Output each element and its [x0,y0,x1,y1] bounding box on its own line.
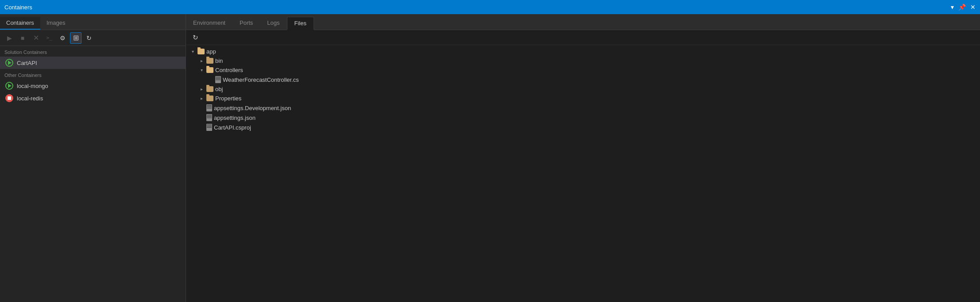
app-label: app [206,48,216,55]
csproj-file-icon [206,124,212,131]
obj-folder-icon [206,86,213,92]
obj-chevron [198,86,205,92]
app-file-icon [206,114,212,121]
controllers-folder-icon [206,67,213,73]
local-redis-status-icon [5,94,13,102]
tree-item-properties[interactable]: Properties [186,94,980,103]
title-bar: Containers ▾ 📌 ✕ [0,0,980,14]
refresh-button[interactable]: ↻ [83,32,95,44]
settings-button[interactable]: ⚙ [57,32,68,44]
tree-item-appsettings[interactable]: appsettings.json [186,113,980,122]
local-mongo-item[interactable]: local-mongo [0,80,186,92]
tab-environment[interactable]: Environment [186,17,232,30]
browse-files-button[interactable]: ⊞ [70,32,81,44]
props-chevron [198,96,205,102]
props-label: Properties [215,95,241,102]
obj-label: obj [215,86,223,92]
controllers-chevron [198,67,205,73]
title-bar-title: Containers [4,4,32,11]
props-folder-icon [206,96,213,101]
bin-label: bin [215,57,223,64]
left-panel: Containers Images ▶ ■ ✕ >_ ⚙ ⊞ ↻ Solutio… [0,14,186,302]
terminal-button[interactable]: >_ [43,32,55,44]
local-redis-item[interactable]: local-redis [0,92,186,104]
left-tab-bar: Containers Images [0,14,186,30]
cartapi-item[interactable]: CartAPI [0,57,186,69]
app-settings-label: appsettings.json [214,115,256,121]
controllers-label: Controllers [215,67,243,73]
close-icon[interactable]: ✕ [970,4,976,11]
right-panel: Environment Ports Logs Files ↻ app bin [186,14,980,302]
local-mongo-status-icon [5,82,13,90]
file-tree: app bin Controllers [186,45,980,302]
tab-ports[interactable]: Ports [232,17,260,30]
tree-item-app[interactable]: app [186,47,980,56]
cartapi-label: CartAPI [17,60,37,66]
tree-item-csproj[interactable]: CartAPI.csproj [186,122,980,132]
right-tab-bar: Environment Ports Logs Files [186,14,980,30]
stop-button[interactable]: ■ [17,32,28,44]
files-refresh-button[interactable]: ↻ [190,32,201,43]
tree-item-bin[interactable]: bin [186,56,980,65]
tree-item-appsettings-dev[interactable]: appsettings.Development.json [186,103,980,113]
tab-containers[interactable]: Containers [0,17,40,30]
solution-containers-header: Solution Containers [0,46,186,57]
start-button[interactable]: ▶ [4,32,15,44]
dropdown-icon[interactable]: ▾ [951,4,954,11]
app-chevron [190,49,196,55]
right-toolbar: ↻ [186,30,980,45]
app-folder-icon [198,49,205,54]
appdev-label: appsettings.Development.json [214,105,291,111]
tab-files[interactable]: Files [287,17,314,30]
wf-file-icon [215,76,221,83]
cartapi-status-icon [5,59,13,67]
wf-label: WeatherForecastController.cs [223,76,299,83]
local-mongo-label: local-mongo [17,83,48,89]
bin-folder-icon [206,58,213,64]
tree-item-controllers[interactable]: Controllers [186,65,980,75]
appdev-file-icon [206,104,212,111]
local-redis-label: local-redis [17,95,43,102]
tab-logs[interactable]: Logs [260,17,287,30]
toolbar: ▶ ■ ✕ >_ ⚙ ⊞ ↻ [0,30,186,46]
tree-item-weatherforecast[interactable]: WeatherForecastController.cs [186,75,980,84]
delete-button[interactable]: ✕ [30,32,42,44]
tree-item-obj[interactable]: obj [186,84,980,94]
csproj-label: CartAPI.csproj [214,124,251,131]
other-containers-header: Other Containers [0,69,186,80]
tab-images[interactable]: Images [40,17,72,30]
pin-icon[interactable]: 📌 [958,4,966,11]
bin-chevron [198,58,205,64]
